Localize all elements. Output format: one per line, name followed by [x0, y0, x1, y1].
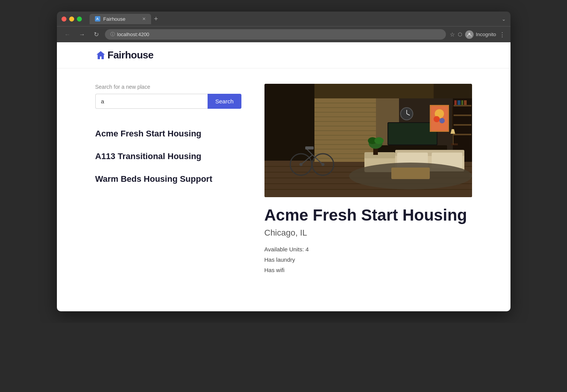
left-panel: Search for a new place Search Acme Fresh… — [95, 84, 241, 291]
svg-rect-47 — [454, 100, 457, 105]
property-image — [264, 84, 472, 197]
search-label: Search for a new place — [95, 84, 241, 90]
main-layout: Search for a new place Search Acme Fresh… — [57, 68, 510, 307]
svg-point-39 — [439, 118, 445, 123]
incognito-label: Incognito — [476, 32, 496, 37]
svg-rect-73 — [305, 146, 314, 149]
svg-rect-48 — [457, 100, 461, 105]
close-button[interactable] — [62, 17, 67, 22]
url-text: localhost:4200 — [117, 32, 150, 37]
active-tab[interactable]: A Fairhouse ✕ — [90, 14, 151, 24]
result-item-2[interactable]: A113 Transitional Housing — [95, 145, 241, 168]
amenity-laundry: Has laundry — [264, 254, 472, 265]
svg-point-38 — [434, 116, 440, 122]
browser-window: A Fairhouse ✕ + ⌄ ← → ↻ ⓘ localhost:4200… — [57, 12, 510, 311]
app-logo[interactable]: Fairhouse — [95, 49, 154, 61]
room-illustration — [264, 84, 472, 197]
minimize-button[interactable] — [69, 17, 74, 22]
browser-content: Fairhouse Search for a new place Search … — [57, 42, 510, 311]
back-button[interactable]: ← — [62, 30, 73, 40]
result-item-title-2: A113 Transitional Housing — [95, 151, 201, 161]
search-button[interactable]: Search — [208, 94, 241, 109]
result-item-1[interactable]: Acme Fresh Start Housing — [95, 123, 241, 145]
svg-rect-44 — [454, 115, 471, 116]
search-form: Search — [95, 94, 241, 109]
svg-rect-46 — [454, 134, 471, 135]
address-bar[interactable]: ⓘ localhost:4200 — [105, 29, 446, 40]
available-units: Available Units: 4 — [264, 244, 472, 254]
svg-rect-49 — [461, 100, 463, 105]
svg-rect-31 — [388, 123, 437, 145]
svg-rect-56 — [364, 152, 395, 158]
result-item-3[interactable]: Warm Beds Housing Support — [95, 168, 241, 191]
svg-rect-59 — [451, 143, 458, 145]
toolbar-right: ☆ ⬡ Incognito ⋮ — [450, 30, 505, 39]
forward-button[interactable]: → — [77, 30, 88, 40]
incognito-icon — [465, 30, 474, 39]
search-input[interactable] — [95, 94, 208, 109]
property-title-text: Acme Fresh Start Housing — [264, 206, 467, 224]
tab-favicon: A — [95, 16, 100, 22]
bookmark-icon[interactable]: ☆ — [450, 31, 455, 38]
result-list: Acme Fresh Start Housing A113 Transition… — [95, 123, 241, 191]
more-button[interactable]: ⋮ — [499, 31, 505, 38]
amenity-wifi: Has wifi — [264, 265, 472, 275]
cast-icon[interactable]: ⬡ — [458, 32, 462, 37]
traffic-lights — [62, 17, 82, 22]
incognito-badge: Incognito — [465, 30, 496, 39]
property-details: Available Units: 4 Has laundry Has wifi — [264, 244, 472, 275]
right-panel: Acme Fresh Start Housing Chicago, IL Ava… — [264, 84, 472, 291]
result-item-title-3: Warm Beds Housing Support — [95, 174, 213, 184]
browser-toolbar: ← → ↻ ⓘ localhost:4200 ☆ ⬡ Incognito ⋮ — [57, 26, 510, 42]
tab-close-button[interactable]: ✕ — [142, 17, 146, 22]
tab-title: Fairhouse — [103, 16, 126, 22]
svg-rect-45 — [454, 124, 471, 126]
reload-button[interactable]: ↻ — [91, 29, 101, 40]
svg-rect-43 — [454, 105, 471, 106]
tab-bar: A Fairhouse ✕ + ⌄ — [90, 14, 506, 24]
new-tab-button[interactable]: + — [154, 15, 158, 23]
tab-expand-button[interactable]: ⌄ — [502, 16, 506, 22]
property-location: Chicago, IL — [264, 228, 472, 238]
security-icon: ⓘ — [110, 31, 115, 38]
svg-point-65 — [374, 137, 384, 144]
result-item-title-1: Acme Fresh Start Housing — [95, 129, 201, 138]
app-logo-text: Fairhouse — [108, 49, 154, 61]
svg-rect-50 — [464, 100, 467, 105]
fairhouse-logo-icon — [95, 50, 106, 61]
browser-titlebar: A Fairhouse ✕ + ⌄ — [57, 12, 510, 26]
app-header: Fairhouse — [57, 42, 510, 68]
property-title: Acme Fresh Start Housing — [264, 206, 472, 224]
maximize-button[interactable] — [77, 17, 82, 22]
svg-rect-60 — [453, 134, 454, 145]
svg-rect-58 — [391, 168, 430, 179]
